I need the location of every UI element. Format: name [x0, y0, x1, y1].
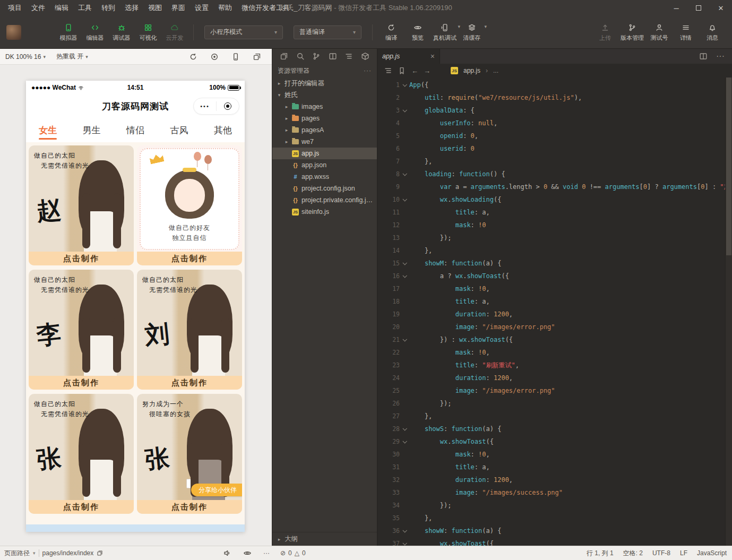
avatar-card-2[interactable]: 做自己的好友独立且自信点击制作 [137, 145, 242, 265]
bookmark-icon[interactable] [398, 66, 406, 75]
avatar-card-4[interactable]: 做自己的太阳无需凭借谁的光刘点击制作 [137, 270, 242, 390]
make-button[interactable]: 点击制作 [29, 376, 134, 390]
simulator-button[interactable]: 模拟器 [55, 23, 82, 42]
make-button[interactable]: 点击制作 [29, 500, 134, 514]
phone-tab-4[interactable]: 其他 [201, 118, 245, 142]
file-explorer-icon[interactable] [280, 52, 288, 61]
close-minimize-icon[interactable] [217, 102, 239, 110]
language-mode[interactable]: JavaScript [697, 549, 727, 557]
upload-button[interactable]: 上传 [592, 23, 618, 42]
tree-item-pagesA[interactable]: ▸pagesA [272, 124, 377, 136]
nav-back-icon[interactable] [411, 67, 418, 75]
menu-item-2[interactable]: 编辑 [50, 0, 73, 16]
breadcrumb-more[interactable]: ... [493, 67, 498, 74]
phone-tab-3[interactable]: 古风 [157, 118, 201, 142]
tab-appjs[interactable]: app.js × [377, 49, 440, 64]
compile-mode-select[interactable]: 普通编译 [294, 25, 361, 39]
more-menu-icon[interactable]: ••• [194, 98, 216, 114]
more-icon[interactable] [364, 67, 372, 74]
tree-item-project.config.json[interactable]: {}project.config.json [272, 183, 377, 194]
editor-more-icon[interactable] [716, 51, 725, 61]
tree-item-project.private.config.js...[interactable]: {}project.private.config.js... [272, 194, 377, 206]
encoding[interactable]: UTF-8 [652, 549, 670, 557]
tree-item-row-1[interactable]: ▾姓氏 [272, 89, 377, 101]
hot-reload-toggle[interactable]: 热重载 开 [56, 52, 88, 61]
avatar[interactable] [6, 25, 21, 40]
avatar-card-3[interactable]: 做自己的太阳无需凭借谁的光李点击制作 [29, 270, 134, 390]
tree-item-we7[interactable]: ▸we7 [272, 136, 377, 148]
share-badge[interactable]: 分享给小伙伴 [191, 484, 242, 496]
split-editor-icon[interactable] [699, 52, 708, 61]
close-tab-icon[interactable]: × [430, 53, 435, 60]
editor-button[interactable]: 编辑器 [82, 23, 108, 42]
source-control-icon[interactable] [312, 52, 321, 61]
chevron-down-icon[interactable] [484, 24, 487, 29]
detach-window-icon[interactable] [253, 53, 261, 61]
copy-path-icon[interactable] [97, 550, 103, 556]
compile-button[interactable]: 编译 [378, 23, 404, 42]
make-button[interactable]: 点击制作 [137, 500, 242, 514]
editor-layout-icon[interactable] [329, 52, 337, 61]
page-path-label[interactable]: 页面路径 [4, 549, 30, 558]
scrollbar-thumb[interactable] [726, 77, 731, 255]
tree-item-images[interactable]: ▸images [272, 101, 377, 113]
cursor-position[interactable]: 行 1, 列 1 [587, 549, 614, 558]
tree-item-app.js[interactable]: JSapp.js [272, 148, 377, 159]
make-button[interactable]: 点击制作 [137, 376, 242, 390]
fold-icon[interactable] [400, 173, 409, 176]
fold-icon[interactable] [400, 529, 409, 532]
visualization-button[interactable]: 可视化 [135, 23, 161, 42]
mode-select[interactable]: 小程序模式 [204, 25, 283, 39]
search-icon[interactable] [296, 52, 305, 61]
phone-tab-1[interactable]: 男生 [70, 118, 113, 142]
menu-item-5[interactable]: 选择 [120, 0, 143, 16]
more-options-icon[interactable] [263, 549, 270, 557]
menu-item-1[interactable]: 文件 [27, 0, 50, 16]
menu-item-0[interactable]: 项目 [3, 0, 27, 16]
breadcrumb-file[interactable]: app.js [463, 67, 480, 74]
preview-button[interactable]: 预览 [404, 23, 431, 42]
phone-tab-0[interactable]: 女生 [26, 118, 70, 142]
menu-item-9[interactable]: 帮助 [213, 0, 237, 16]
phone-tab-2[interactable]: 情侣 [114, 118, 157, 142]
code-area[interactable]: 1App({2 util: require("we7/resource/js/u… [377, 77, 732, 546]
tree-item-app.wxss[interactable]: #app.wxss [272, 171, 377, 183]
fold-icon[interactable] [400, 338, 409, 341]
clear-cache-button[interactable]: 清缓存 [459, 23, 485, 42]
fold-icon[interactable] [400, 542, 409, 545]
indentation[interactable]: 空格: 2 [623, 549, 643, 558]
minimize-button[interactable] [665, 0, 687, 16]
make-button[interactable]: 点击制作 [29, 252, 134, 265]
editor-scrollbar[interactable] [725, 77, 732, 546]
eol[interactable]: LF [680, 549, 687, 557]
close-button[interactable] [710, 0, 732, 16]
page-path-value[interactable]: pages/index/index [42, 549, 94, 557]
fold-icon[interactable] [400, 427, 409, 430]
menu-item-4[interactable]: 转到 [97, 0, 120, 16]
npm-package-icon[interactable] [361, 52, 369, 61]
visibility-icon[interactable] [243, 549, 252, 557]
nav-forward-icon[interactable] [424, 67, 430, 75]
device-preview-icon[interactable] [231, 53, 240, 61]
test-account-button[interactable]: 测试号 [646, 23, 673, 42]
fold-icon[interactable] [400, 83, 409, 87]
audio-icon[interactable] [223, 549, 231, 557]
restart-icon[interactable] [189, 53, 197, 61]
menu-item-7[interactable]: 界面 [167, 0, 190, 16]
make-button[interactable]: 点击制作 [137, 252, 242, 265]
outline-toggle-icon[interactable] [384, 66, 392, 75]
cloud-dev-button[interactable]: 云开发 [161, 23, 188, 42]
problems-indicator[interactable]: 0 0 [280, 546, 306, 560]
maximize-button[interactable] [687, 0, 710, 16]
fold-icon[interactable] [400, 198, 409, 201]
screen-record-icon[interactable] [210, 53, 219, 61]
fold-icon[interactable] [400, 440, 409, 443]
messages-button[interactable]: 消息 [699, 23, 726, 42]
fold-icon[interactable] [400, 109, 409, 112]
details-button[interactable]: 详情 [673, 23, 699, 42]
avatar-card-5[interactable]: 做自己的太阳无需凭借谁的光张点击制作 [29, 394, 134, 514]
fold-icon[interactable] [400, 274, 409, 278]
tree-item-pages[interactable]: ▸pages [272, 113, 377, 124]
menu-item-3[interactable]: 工具 [73, 0, 97, 16]
outline-list-icon[interactable] [345, 52, 353, 61]
